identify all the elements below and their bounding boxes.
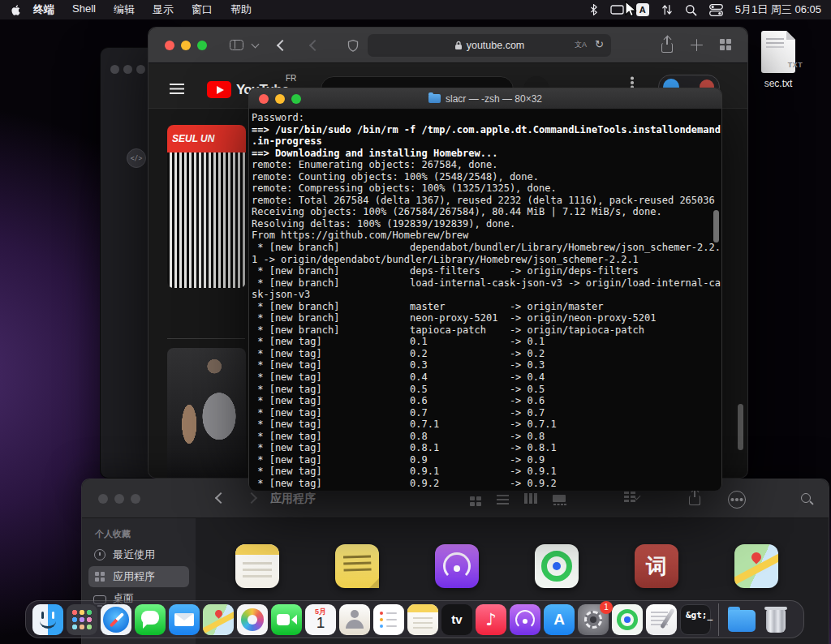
safari-toolbar[interactable]: youtube.com 文A ↻ bbox=[149, 28, 747, 63]
traffic-light-minimize-icon[interactable] bbox=[123, 65, 132, 74]
minimize-button[interactable] bbox=[275, 94, 285, 104]
terminal-scrollbar[interactable] bbox=[713, 210, 719, 243]
sidebar-toggle-icon[interactable] bbox=[230, 40, 243, 50]
zoom-button[interactable] bbox=[131, 494, 140, 504]
dock-separator[interactable] bbox=[718, 603, 719, 636]
dock-item-messages[interactable] bbox=[135, 604, 166, 635]
menu-app-name[interactable]: 终端 bbox=[24, 2, 63, 17]
share-icon[interactable] bbox=[661, 43, 673, 53]
terminal-line: * [new branch] deps-filters -> origin/de… bbox=[252, 265, 721, 277]
menu-edit[interactable]: 编辑 bbox=[105, 2, 144, 17]
input-source-icon[interactable]: A bbox=[636, 3, 649, 16]
updown-arrows-icon[interactable] bbox=[661, 3, 673, 16]
dock-item-photos[interactable] bbox=[237, 604, 268, 635]
app-icon-find-my[interactable] bbox=[535, 544, 579, 588]
hamburger-menu-icon[interactable] bbox=[170, 84, 184, 85]
dock-item-trash[interactable] bbox=[760, 604, 791, 635]
menu-view[interactable]: 显示 bbox=[144, 2, 183, 17]
share-icon[interactable] bbox=[689, 496, 700, 505]
youtube-logo-icon[interactable] bbox=[207, 81, 231, 98]
dock-item-app-store[interactable]: A bbox=[544, 604, 575, 635]
dock-item-podcasts[interactable] bbox=[510, 604, 540, 635]
dock-item-notes[interactable] bbox=[407, 604, 438, 635]
more-options-icon[interactable] bbox=[631, 81, 634, 84]
file-type-badge: TXT bbox=[778, 61, 812, 69]
display-icon[interactable] bbox=[610, 4, 624, 15]
app-icon-dictionary[interactable]: 词 bbox=[635, 544, 678, 588]
app-icon-maps[interactable] bbox=[734, 544, 778, 588]
terminal-line: * [new tag] 0.6 -> 0.6 bbox=[252, 395, 721, 407]
dock-item-maps[interactable] bbox=[203, 604, 234, 635]
dock-item-music[interactable]: ♪ bbox=[476, 604, 506, 635]
privacy-shield-icon[interactable] bbox=[347, 39, 360, 56]
window-title: 应用程序 bbox=[270, 492, 316, 506]
dock-item-calendar[interactable]: 5月 1 bbox=[305, 604, 336, 635]
dock-item-finder[interactable] bbox=[32, 604, 63, 635]
back-button[interactable] bbox=[215, 492, 226, 504]
dock-item-textedit[interactable] bbox=[646, 604, 677, 635]
desktop-file-sec-txt[interactable]: TXT sec.txt bbox=[753, 31, 803, 89]
apple-menu[interactable] bbox=[0, 4, 24, 16]
chevron-down-icon[interactable] bbox=[252, 41, 260, 49]
dock-item-contacts[interactable] bbox=[339, 604, 370, 635]
spotlight-search-icon[interactable] bbox=[685, 4, 697, 16]
close-button[interactable] bbox=[165, 41, 174, 50]
dock-item-facetime[interactable] bbox=[271, 604, 302, 635]
forward-button[interactable] bbox=[309, 40, 321, 51]
gallery-view-icon[interactable] bbox=[553, 495, 566, 502]
translate-icon[interactable]: 文A bbox=[575, 40, 587, 50]
column-view-icon[interactable] bbox=[524, 493, 527, 504]
control-center-icon[interactable] bbox=[709, 4, 723, 16]
address-bar[interactable]: youtube.com 文A ↻ bbox=[368, 34, 611, 57]
close-button[interactable] bbox=[98, 494, 108, 504]
menu-window[interactable]: 窗口 bbox=[183, 2, 222, 17]
thumbnail-barcode-art bbox=[167, 152, 246, 288]
background-window[interactable]: </> bbox=[100, 47, 152, 479]
more-actions-button[interactable] bbox=[728, 491, 746, 509]
dock-item-find-my[interactable] bbox=[612, 604, 643, 635]
close-button[interactable] bbox=[259, 94, 269, 104]
text-file-icon: TXT bbox=[761, 31, 795, 73]
video-thumbnail-person[interactable] bbox=[167, 348, 246, 478]
new-tab-button[interactable] bbox=[691, 39, 703, 51]
menu-help[interactable]: 帮助 bbox=[222, 2, 260, 17]
youtube-region-badge: FR bbox=[286, 74, 296, 83]
app-icon-podcasts[interactable] bbox=[435, 544, 479, 588]
group-by-button[interactable] bbox=[624, 493, 639, 499]
menu-shell[interactable]: Shell bbox=[63, 2, 105, 17]
view-switcher[interactable] bbox=[470, 493, 566, 504]
zoom-button[interactable] bbox=[197, 41, 207, 50]
back-button[interactable] bbox=[277, 40, 288, 51]
minimize-button[interactable] bbox=[181, 41, 191, 50]
icon-view-icon[interactable] bbox=[470, 496, 475, 500]
dock-item-reminders[interactable] bbox=[373, 604, 404, 635]
sidebar-item-applications[interactable]: 应用程序 bbox=[88, 566, 189, 587]
terminal-titlebar[interactable]: slacr — -zsh — 80×32 bbox=[249, 88, 721, 109]
sidebar-item-recents[interactable]: 最近使用 bbox=[88, 544, 189, 565]
list-view-icon[interactable] bbox=[497, 495, 509, 496]
menu-bar-clock[interactable]: 5月1日 周三 06:05 bbox=[735, 2, 821, 17]
sidebar-items: 最近使用 应用程序 桌面 bbox=[82, 544, 196, 609]
reload-icon[interactable]: ↻ bbox=[595, 38, 604, 50]
tab-overview-icon[interactable] bbox=[720, 39, 725, 44]
dock-item-tv[interactable]: tv bbox=[441, 604, 472, 635]
app-icon-stickies[interactable] bbox=[335, 544, 379, 588]
search-icon[interactable] bbox=[801, 493, 811, 503]
traffic-light-close-icon[interactable] bbox=[110, 65, 119, 74]
terminal-window[interactable]: slacr — -zsh — 80×32 Password: ==> /usr/… bbox=[248, 88, 722, 491]
terminal-line: * [new tag] 0.7 -> 0.7 bbox=[252, 407, 721, 419]
dock-item-terminal[interactable]: &gt;_ bbox=[680, 604, 711, 635]
traffic-light-zoom-icon[interactable] bbox=[136, 65, 145, 74]
dock-item-downloads[interactable] bbox=[726, 604, 757, 635]
dock-item-system-settings[interactable]: 1 bbox=[578, 604, 609, 635]
zoom-button[interactable] bbox=[291, 94, 301, 104]
video-thumbnail[interactable]: SEUL UN bbox=[167, 125, 246, 288]
dock-item-safari[interactable] bbox=[101, 604, 131, 635]
forward-button[interactable] bbox=[246, 492, 257, 504]
bluetooth-icon[interactable] bbox=[589, 3, 598, 16]
app-icon-notes[interactable] bbox=[235, 544, 279, 588]
page-scrollbar[interactable] bbox=[738, 404, 743, 450]
dock-item-mail[interactable] bbox=[169, 604, 200, 635]
minimize-button[interactable] bbox=[114, 494, 124, 504]
dock-item-launchpad[interactable] bbox=[67, 604, 97, 635]
